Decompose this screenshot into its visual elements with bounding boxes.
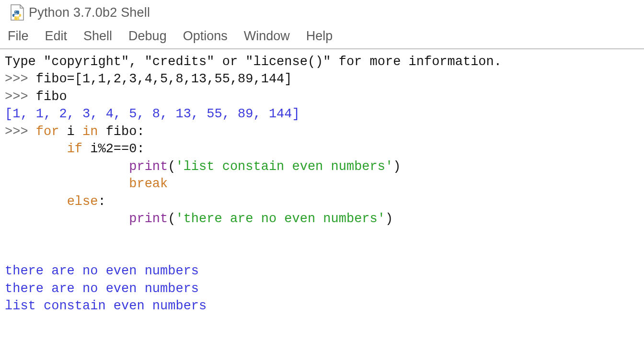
kw-else: else	[67, 194, 98, 209]
paren: )	[385, 212, 393, 226]
paren: (	[168, 159, 175, 174]
paren: (	[168, 212, 175, 226]
menu-options[interactable]: Options	[183, 29, 228, 44]
kw-for: for	[36, 125, 59, 139]
string-literal: 'there are no even numbers'	[175, 212, 385, 226]
shell-text-area[interactable]: Type "copyright", "credits" or "license(…	[0, 48, 644, 319]
menu-shell[interactable]: Shell	[83, 29, 112, 44]
prompt: >>>	[5, 125, 36, 139]
paren: )	[393, 159, 401, 174]
menu-edit[interactable]: Edit	[45, 29, 68, 44]
code-text: i%2==0:	[82, 142, 145, 156]
output-line: list constain even numbers	[5, 299, 207, 313]
svg-point-0	[15, 11, 16, 12]
kw-break: break	[129, 177, 168, 191]
code-text: i	[59, 125, 82, 139]
kw-in: in	[82, 125, 98, 139]
string-literal: 'list constain even numbers'	[175, 159, 393, 174]
menubar: File Edit Shell Debug Options Window Hel…	[0, 23, 644, 48]
menu-file[interactable]: File	[8, 29, 29, 44]
output-line: there are no even numbers	[5, 264, 199, 278]
menu-window[interactable]: Window	[244, 29, 290, 44]
input-line-2: fibo	[36, 90, 67, 104]
menu-debug[interactable]: Debug	[128, 29, 167, 44]
prompt: >>>	[5, 72, 36, 86]
info-line: Type "copyright", "credits" or "license(…	[5, 55, 502, 69]
code-text: fibo:	[98, 125, 144, 139]
input-line-1: fibo=[1,1,2,3,4,5,8,13,55,89,144]	[36, 72, 292, 86]
colon: :	[98, 194, 105, 209]
fn-print: print	[129, 212, 168, 226]
fn-print: print	[129, 159, 168, 174]
kw-if: if	[67, 142, 82, 156]
window-title: Python 3.7.0b2 Shell	[29, 5, 150, 20]
output-list: [1, 1, 2, 3, 4, 5, 8, 13, 55, 89, 144]	[5, 107, 300, 121]
titlebar: Python 3.7.0b2 Shell	[0, 0, 644, 23]
output-line: there are no even numbers	[5, 282, 199, 296]
svg-point-1	[18, 19, 19, 20]
menu-help[interactable]: Help	[306, 29, 333, 44]
python-file-icon	[9, 4, 26, 21]
prompt: >>>	[5, 90, 36, 104]
